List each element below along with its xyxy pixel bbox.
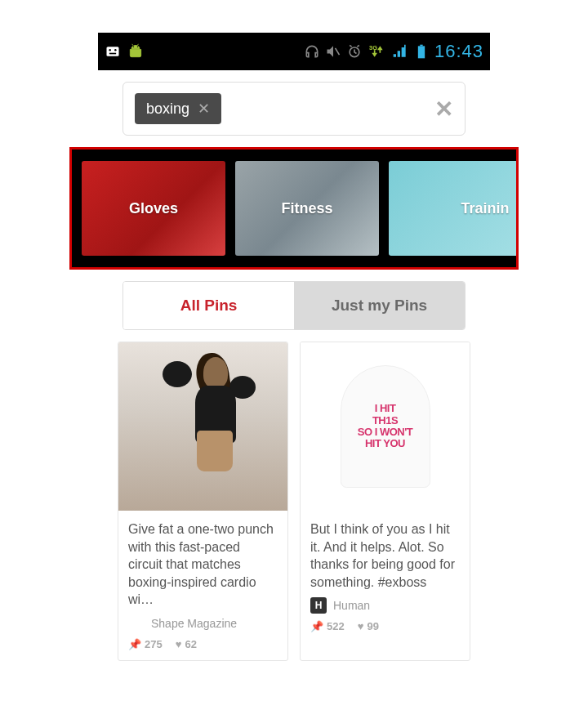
heart-icon: ♥	[176, 638, 182, 650]
like-count-value: 99	[367, 620, 378, 632]
tank-top-illustration: I HIT TH1S SO I WON'T HIT YOU	[341, 365, 430, 488]
status-right-icons: 3G 16:43	[304, 41, 483, 62]
status-bar: 3G 16:43	[98, 33, 490, 70]
source-name: Shape Magazine	[151, 617, 237, 630]
chip-remove-icon[interactable]: ✕	[198, 100, 210, 118]
status-left-icons	[105, 43, 144, 60]
svg-rect-10	[420, 45, 422, 47]
pin-stats: 📌 522 ♥ 99	[301, 620, 470, 642]
tab-all-pins[interactable]: All Pins	[123, 282, 294, 329]
category-training[interactable]: Trainin	[389, 161, 516, 256]
category-label: Trainin	[461, 200, 509, 217]
pin-tabs: All Pins Just my Pins	[122, 281, 466, 330]
source-avatar: H	[310, 597, 327, 614]
pins-grid: Give fat a one-two punch with this fast-…	[118, 342, 470, 661]
svg-point-1	[109, 49, 111, 51]
svg-text:3G: 3G	[369, 44, 377, 51]
pin-source: Shape Magazine	[118, 615, 287, 638]
like-count-value: 62	[185, 638, 196, 650]
tank-slogan: I HIT TH1S SO I WON'T HIT YOU	[358, 403, 412, 449]
pin-image: I HIT TH1S SO I WON'T HIT YOU	[301, 342, 470, 511]
pin-card[interactable]: I HIT TH1S SO I WON'T HIT YOU But I thin…	[300, 342, 470, 661]
headphones-icon	[304, 43, 320, 60]
category-fitness[interactable]: Fitness	[235, 161, 379, 256]
mute-icon	[325, 43, 341, 60]
source-avatar	[128, 615, 145, 632]
search-bar[interactable]: boxing ✕ ✕	[122, 82, 466, 136]
category-highlight: Gloves Fitness Trainin	[69, 147, 519, 270]
phone-frame: 3G 16:43 boxing ✕ ✕ Gloves Fitness	[98, 33, 490, 661]
svg-rect-3	[109, 53, 116, 55]
source-name: Human	[333, 599, 370, 612]
category-carousel[interactable]: Gloves Fitness Trainin	[72, 150, 516, 267]
pin-count: 📌 522	[310, 620, 345, 632]
pin-card[interactable]: Give fat a one-two punch with this fast-…	[118, 342, 288, 661]
notification-icon	[105, 43, 121, 60]
pin-description: But I think of you as I hit it. And it h…	[301, 511, 470, 597]
svg-line-6	[335, 48, 339, 55]
status-time: 16:43	[434, 41, 483, 62]
signal-icon	[392, 43, 408, 60]
pin-icon: 📌	[128, 638, 141, 650]
pin-icon: 📌	[310, 620, 323, 632]
category-gloves[interactable]: Gloves	[82, 161, 225, 256]
pin-stats: 📌 275 ♥ 62	[118, 638, 287, 660]
pin-image	[118, 342, 287, 511]
svg-point-4	[133, 47, 134, 47]
pin-count-value: 522	[327, 620, 345, 632]
svg-point-2	[114, 49, 117, 51]
like-count: ♥ 99	[358, 620, 379, 632]
svg-rect-9	[418, 46, 425, 58]
category-label: Gloves	[129, 200, 178, 217]
svg-point-5	[137, 47, 138, 47]
pin-description: Give fat a one-two punch with this fast-…	[118, 511, 287, 615]
pin-source: H Human	[301, 597, 470, 620]
like-count: ♥ 62	[176, 638, 197, 650]
search-clear-icon[interactable]: ✕	[434, 96, 453, 123]
pin-count-value: 275	[145, 638, 163, 650]
heart-icon: ♥	[358, 620, 364, 632]
boxer-illustration	[154, 353, 252, 500]
data-icon: 3G	[368, 43, 387, 60]
category-label: Fitness	[281, 200, 332, 217]
battery-icon	[413, 43, 430, 60]
pin-count: 📌 275	[128, 638, 163, 650]
search-chip: boxing ✕	[135, 93, 221, 124]
tab-my-pins[interactable]: Just my Pins	[294, 282, 465, 329]
search-chip-label: boxing	[146, 100, 189, 118]
android-icon	[127, 43, 144, 60]
svg-rect-0	[107, 47, 119, 56]
alarm-icon	[346, 43, 363, 60]
